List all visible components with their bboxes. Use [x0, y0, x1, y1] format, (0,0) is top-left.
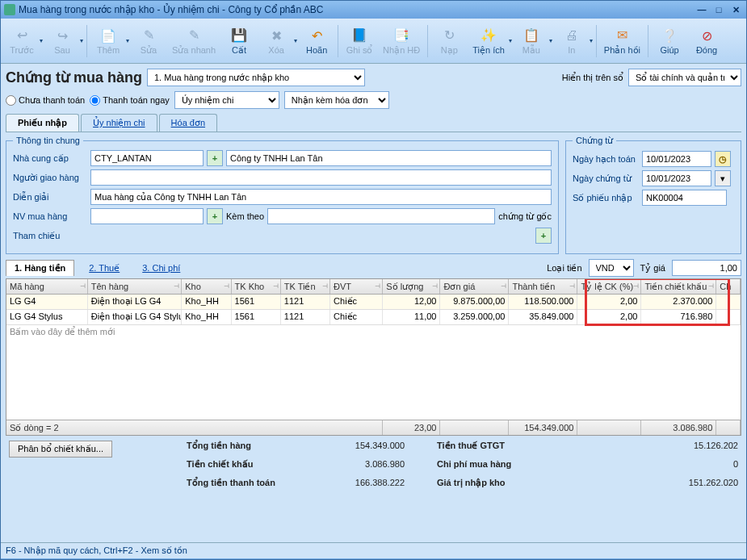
- supplier-name-input[interactable]: [226, 150, 552, 166]
- load-button[interactable]: ↻Nạp: [431, 24, 467, 58]
- status-bar: F6 - Nhập mã quy cách, Ctrl+F2 - Xem số …: [1, 542, 746, 558]
- add-icon: 📄: [99, 27, 117, 44]
- doc-type-select[interactable]: 1. Mua hàng trong nước nhập kho: [147, 69, 365, 86]
- description-input[interactable]: [90, 189, 552, 205]
- quickedit-icon: ✎: [185, 27, 203, 44]
- date-picker-button[interactable]: ◷: [715, 151, 731, 167]
- table-row[interactable]: LG G4 StylusĐiện thoại LG G4 StylusKho_H…: [6, 310, 741, 325]
- print-icon: 🖨: [563, 27, 581, 44]
- add-supplier-button[interactable]: +: [207, 150, 223, 166]
- maximize-button[interactable]: □: [711, 4, 726, 15]
- print-button[interactable]: 🖨In: [554, 24, 590, 57]
- refresh-icon: ↻: [440, 27, 458, 44]
- edit-button[interactable]: ✎Sửa: [131, 24, 166, 58]
- display-select[interactable]: Sổ tài chính và quản trị: [628, 69, 741, 86]
- edit-icon: ✎: [140, 27, 157, 44]
- template-button[interactable]: 📋Mẫu: [514, 24, 549, 58]
- voucher-date-input[interactable]: [642, 170, 711, 186]
- close-button[interactable]: ✕: [728, 4, 743, 15]
- close-form-button[interactable]: ⊘Đóng: [689, 24, 724, 57]
- supplier-code-input[interactable]: [90, 150, 204, 166]
- save-button[interactable]: 💾Cất: [221, 24, 257, 58]
- unpaid-radio[interactable]: Chưa thanh toán: [6, 95, 85, 106]
- wand-icon: ✨: [480, 27, 497, 44]
- general-info-fieldset: Thông tin chung Nhà cung cấp + Người gia…: [6, 136, 559, 254]
- chevron-down-icon[interactable]: ▾: [715, 170, 731, 186]
- deliverer-input[interactable]: [90, 169, 552, 186]
- paynow-radio[interactable]: Thanh toán ngay: [90, 95, 170, 106]
- arrow-right-icon: ↪: [53, 27, 71, 44]
- invoice-icon: 📑: [392, 27, 410, 44]
- main-tabs: Phiếu nhập Ủy nhiệm chi Hóa đơn: [6, 114, 741, 132]
- payment-method-select[interactable]: Ủy nhiệm chi: [174, 91, 279, 109]
- add-reference-button[interactable]: +: [535, 228, 552, 244]
- feedback-button[interactable]: ✉Phản hồi: [600, 24, 644, 58]
- tab-hoa-don[interactable]: Hóa đơn: [159, 114, 217, 132]
- tab-phieu-nhap[interactable]: Phiếu nhập: [6, 114, 79, 132]
- receipt-select[interactable]: Nhận kèm hóa đơn: [284, 91, 389, 109]
- mail-icon: ✉: [613, 27, 631, 44]
- add-buyer-button[interactable]: +: [207, 208, 223, 224]
- main-toolbar: ↩Trước▾ ↪Sau▾ 📄Thêm▾ ✎Sửa ✎Sửa nhanh 💾Cấ…: [1, 19, 746, 64]
- subtab-hang-tien[interactable]: 1. Hàng tiền: [6, 260, 74, 276]
- exchange-rate-input[interactable]: [672, 260, 741, 276]
- help-icon: ❔: [661, 27, 678, 44]
- close-icon: ⊘: [698, 27, 716, 44]
- add-row-placeholder[interactable]: Bấm vào đây để thêm mới: [6, 325, 741, 339]
- attached-input[interactable]: [267, 208, 495, 224]
- display-label: Hiển thị trên sổ: [562, 73, 623, 83]
- currency-select[interactable]: VND: [589, 259, 634, 277]
- next-button[interactable]: ↪Sau: [44, 24, 80, 57]
- minimize-button[interactable]: —: [695, 4, 709, 15]
- items-grid: Mã hàng⊣ Tên hàng⊣ Kho⊣ TK Kho⊣ TK Tiền⊣…: [6, 278, 741, 436]
- tab-uy-nhiem-chi[interactable]: Ủy nhiệm chi: [81, 114, 157, 132]
- quickedit-button[interactable]: ✎Sửa nhanh: [168, 24, 220, 58]
- prev-button[interactable]: ↩Trước: [4, 24, 40, 58]
- help-button[interactable]: ❔Giúp: [652, 24, 687, 57]
- save-icon: 💾: [230, 27, 248, 44]
- allocate-discount-button[interactable]: Phân bổ chiết khấu...: [9, 441, 112, 458]
- posting-date-input[interactable]: [642, 151, 711, 167]
- postpone-button[interactable]: ↶Hoãn: [299, 24, 334, 57]
- subtab-chi-phi[interactable]: 3. Chi phí: [134, 261, 188, 275]
- voucher-no-input[interactable]: [642, 190, 727, 206]
- book-icon: 📘: [350, 27, 368, 44]
- post-button[interactable]: 📘Ghi sổ: [342, 24, 377, 58]
- undo-icon: ↶: [308, 27, 325, 44]
- page-title: Chứng từ mua hàng: [6, 69, 142, 86]
- utilities-button[interactable]: ✨Tiện ích: [468, 24, 509, 58]
- app-icon: [4, 4, 15, 15]
- delete-button[interactable]: ✖Xóa: [258, 24, 294, 57]
- subtab-thue[interactable]: 2. Thuế: [81, 261, 128, 276]
- voucher-fieldset: Chứng từ Ngày hạch toán ◷ Ngày chứng từ …: [565, 136, 741, 254]
- arrow-left-icon: ↩: [13, 27, 31, 44]
- window-title: Mua hàng trong nước nhập kho - Ủy nhiệm …: [19, 4, 695, 15]
- buyer-input[interactable]: [90, 208, 204, 224]
- add-button[interactable]: 📄Thêm: [90, 24, 126, 57]
- title-bar: Mua hàng trong nước nhập kho - Ủy nhiệm …: [1, 1, 746, 19]
- table-row[interactable]: LG G4Điện thoại LG G4Kho_HH15611121Chiếc…: [6, 295, 741, 310]
- delete-icon: ✖: [267, 27, 285, 44]
- receive-invoice-button[interactable]: 📑Nhận HĐ: [379, 24, 424, 58]
- template-icon: 📋: [522, 27, 540, 44]
